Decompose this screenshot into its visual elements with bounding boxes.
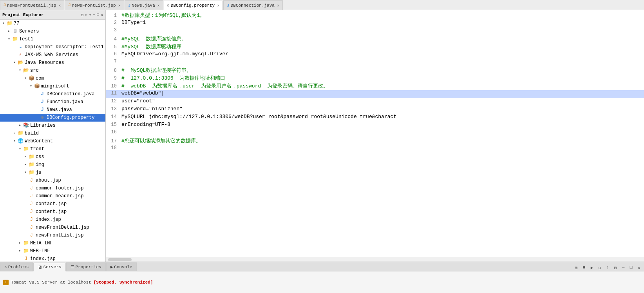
line-number: 15 xyxy=(106,122,121,127)
tree-toggle-icon[interactable]: ▾ xyxy=(1,20,6,27)
tree-toggle-icon[interactable]: ▸ xyxy=(6,28,12,35)
tree-item-mingrisoft[interactable]: ▾📦mingrisoft xyxy=(0,82,105,90)
tree-toggle-icon[interactable]: ▾ xyxy=(17,67,23,74)
tab-close-icon[interactable]: ✕ xyxy=(58,3,61,8)
package-icon: 📦 xyxy=(28,75,34,82)
tab-console[interactable]: ▶ Console xyxy=(106,262,137,271)
tab-close-icon[interactable]: ✕ xyxy=(118,3,121,8)
tree-item-News-java[interactable]: JNews.java xyxy=(0,106,105,114)
tree-toggle-icon[interactable]: ▾ xyxy=(23,169,28,176)
tree-item-com[interactable]: ▾📦com xyxy=(0,75,105,82)
tab-properties-label: Properties xyxy=(76,265,101,269)
restart-server-icon[interactable]: ↺ xyxy=(596,264,603,271)
tree-toggle-icon[interactable]: ▾ xyxy=(17,146,23,153)
tab-newsfrontlist[interactable]: J newsFrontList.jsp ✕ xyxy=(65,0,124,10)
tree-item-DBConfig-property[interactable]: ⚙DBConfig.property xyxy=(0,114,105,122)
tree-item-jaxws[interactable]: ⚡JAX-WS Web Services xyxy=(0,51,105,59)
tree-item-newsFrontList-jsp[interactable]: JnewsFrontList.jsp xyxy=(0,231,105,239)
tab-news-java[interactable]: J News.java ✕ xyxy=(125,0,163,10)
folder-icon: 📁 xyxy=(28,162,34,168)
tree-toggle-icon[interactable]: ▾ xyxy=(12,138,17,145)
publish-icon[interactable]: ↑ xyxy=(604,264,611,271)
menu-icon[interactable]: ▾ xyxy=(89,13,91,17)
tree-item-servers[interactable]: ▸🖥Servers xyxy=(0,27,105,35)
tab-problems[interactable]: ⚠ Problems xyxy=(0,262,33,271)
jsp-icon: J xyxy=(28,177,34,184)
tree-item-label: 77 xyxy=(14,20,105,27)
tree-item-about-jsp[interactable]: Jabout.jsp xyxy=(0,177,105,184)
new-server-icon[interactable]: ⊞ xyxy=(573,264,580,271)
code-editor[interactable]: 1#数据库类型：1为MYSQL,默认为1。2DBType=134#MySQL 数… xyxy=(106,10,644,257)
tree-toggle-icon[interactable]: ▾ xyxy=(23,75,28,82)
tree-item-meta-inf[interactable]: ▸📁META-INF xyxy=(0,239,105,247)
tree-item-content-jsp[interactable]: Jcontent.jsp xyxy=(0,208,105,216)
server-name: Tomcat v8.5 Server at localhost xyxy=(11,280,91,285)
close-panel-icon[interactable]: ✕ xyxy=(101,13,103,17)
link-with-editor-icon[interactable]: ⇔ xyxy=(85,13,87,17)
maximize-icon[interactable]: □ xyxy=(97,13,99,17)
tree-toggle-icon[interactable]: ▸ xyxy=(17,248,23,255)
tree-toggle-icon[interactable]: ▸ xyxy=(17,240,23,247)
tree-item-Function-java[interactable]: JFunction.java xyxy=(0,98,105,106)
stop-server-icon[interactable]: ■ xyxy=(581,264,588,271)
deploy-icon: ☁ xyxy=(17,44,24,50)
project-tree: ▾📁77▸🖥Servers▾📁Test1 ☁Deployment Descrip… xyxy=(0,20,105,262)
tree-item-label: News.java xyxy=(47,106,105,113)
tree-toggle-icon[interactable]: ▸ xyxy=(12,130,17,137)
tab-close-icon[interactable]: ✕ xyxy=(277,3,279,8)
tree-toggle-icon[interactable]: ▸ xyxy=(17,122,23,129)
collapse-bottom-icon[interactable]: ⊟ xyxy=(612,264,619,271)
tree-item-java-resources[interactable]: ▾📂Java Resources xyxy=(0,59,105,67)
tree-item-contact-jsp[interactable]: Jcontact.jsp xyxy=(0,200,105,208)
tab-dbconnection-java[interactable]: J DBConnection.java ✕ xyxy=(223,0,283,10)
tree-toggle-icon[interactable]: ▾ xyxy=(28,83,34,90)
tree-item-deploy[interactable]: ☁Deployment Descriptor: Test1 xyxy=(0,43,105,51)
tree-item-index-root-jsp[interactable]: Jindex.jsp xyxy=(0,255,105,262)
tree-item-libraries[interactable]: ▸📚Libraries xyxy=(0,122,105,129)
tree-item-label: newsFrontList.jsp xyxy=(36,232,105,239)
jsp-icon: J xyxy=(28,201,34,207)
tree-item-newsFrontDetail-jsp[interactable]: JnewsFrontDetail.jsp xyxy=(0,224,105,231)
tree-toggle-icon[interactable]: ▸ xyxy=(23,153,28,160)
tree-toggle-icon[interactable]: ▸ xyxy=(23,161,28,168)
code-line-5: 5#MySQL 数据库驱动程序 xyxy=(106,43,644,51)
tab-newsfrontdetail[interactable]: J newsFrontDetail.jsp ✕ xyxy=(0,0,64,10)
tree-item-js[interactable]: ▾📁js xyxy=(0,169,105,177)
tree-toggle-icon[interactable]: ▾ xyxy=(6,36,12,43)
tree-item-77[interactable]: ▾📁77 xyxy=(0,20,105,27)
tree-item-web-inf[interactable]: ▸📁WEB-INF xyxy=(0,247,105,255)
java-icon: J xyxy=(39,91,45,97)
tree-item-src[interactable]: ▾📂src xyxy=(0,67,105,75)
tree-item-label: WEB-INF xyxy=(30,248,105,255)
sidebar-header: Project Explorer ⊟ ⇔ ▾ — □ ✕ xyxy=(0,10,105,20)
jsp-icon: J xyxy=(28,224,34,231)
maximize-bottom-icon[interactable]: □ xyxy=(628,264,635,271)
tree-item-webcontent[interactable]: ▾🌐WebContent xyxy=(0,137,105,145)
tree-item-css[interactable]: ▸📁css xyxy=(0,153,105,161)
editor-horizontal-scrollbar[interactable] xyxy=(106,257,644,262)
collapse-all-icon[interactable]: ⊟ xyxy=(81,13,83,17)
tree-item-index-jsp[interactable]: Jindex.jsp xyxy=(0,216,105,224)
start-server-icon[interactable]: ▶ xyxy=(588,264,595,271)
tree-toggle-icon[interactable]: ▾ xyxy=(12,59,17,66)
tree-item-common-footer-jsp[interactable]: Jcommon_footer.jsp xyxy=(0,184,105,192)
line-content: MySQLDriver=org.gjt.mm.mysql.Driver xyxy=(121,51,641,57)
tree-item-label: index.jsp xyxy=(36,216,105,223)
tab-dbconfig-property[interactable]: ⚙ DBConfig.property ✕ xyxy=(164,1,223,10)
tree-item-DBConnection-java[interactable]: JDBConnection.java xyxy=(0,90,105,98)
minimize-bottom-icon[interactable]: — xyxy=(620,264,627,271)
tree-item-build[interactable]: ▸📁build xyxy=(0,129,105,137)
tree-item-common-header-jsp[interactable]: Jcommon_header.jsp xyxy=(0,192,105,200)
tree-item-front[interactable]: ▾📁front xyxy=(0,145,105,153)
editor-tab-bar: J newsFrontDetail.jsp ✕ J newsFrontList.… xyxy=(0,0,644,10)
folder-icon: 📁 xyxy=(23,146,29,152)
tree-item-test1[interactable]: ▾📁Test1 xyxy=(0,35,105,43)
minimize-icon[interactable]: — xyxy=(93,13,95,17)
tab-servers[interactable]: 🖥 Servers xyxy=(33,263,65,271)
tab-properties[interactable]: ☰ Properties xyxy=(66,262,106,271)
tab-close-icon[interactable]: ✕ xyxy=(217,3,219,8)
tab-close-icon[interactable]: ✕ xyxy=(157,3,160,8)
code-line-3: 3 xyxy=(106,27,644,35)
close-bottom-icon[interactable]: ✕ xyxy=(635,264,642,271)
tree-item-img[interactable]: ▸📁img xyxy=(0,161,105,169)
